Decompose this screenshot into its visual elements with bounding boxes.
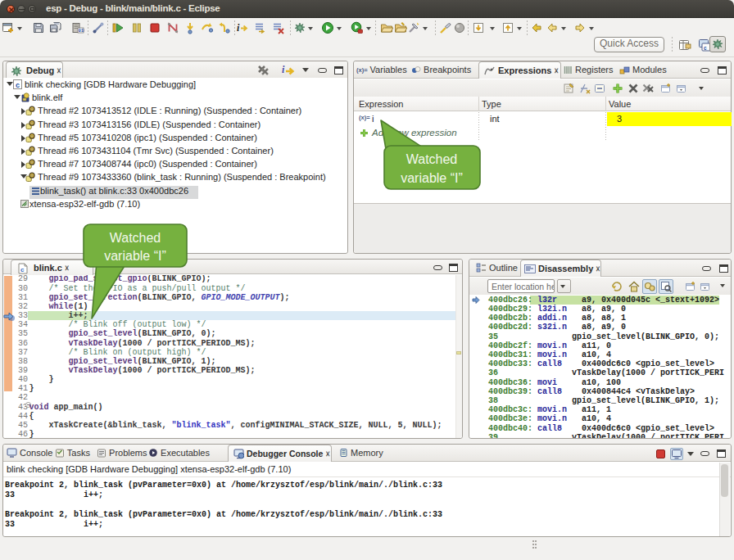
svg-text:Watched: Watched <box>406 152 458 166</box>
svg-text:c: c <box>704 45 707 51</box>
svg-text:variable “I”: variable “I” <box>104 249 166 263</box>
svg-text:010: 010 <box>79 28 85 34</box>
svg-text:variable “I”: variable “I” <box>401 171 463 185</box>
svg-text:i: i <box>237 22 240 34</box>
svg-text:Watched: Watched <box>110 231 161 245</box>
svg-text:c: c <box>20 266 25 273</box>
